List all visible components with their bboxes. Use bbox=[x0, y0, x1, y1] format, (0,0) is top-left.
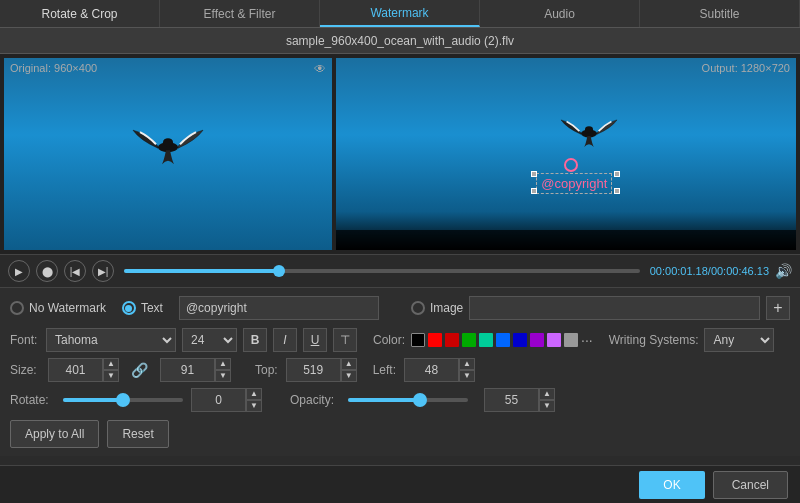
swatch-blue2[interactable] bbox=[513, 333, 527, 347]
filename-text: sample_960x400_ocean_with_audio (2).flv bbox=[286, 34, 514, 48]
color-swatches: ··· bbox=[411, 332, 593, 348]
font-size-select[interactable]: 24 12 18 36 bbox=[182, 328, 237, 352]
opacity-input-group: ▲ ▼ bbox=[484, 388, 555, 412]
font-family-select[interactable]: Tahoma Arial Times New Roman bbox=[46, 328, 176, 352]
stop-button[interactable]: ⬤ bbox=[36, 260, 58, 282]
image-path-input[interactable] bbox=[469, 296, 760, 320]
width-input[interactable] bbox=[48, 358, 103, 382]
no-watermark-radio[interactable]: No Watermark bbox=[10, 301, 106, 315]
font-label: Font: bbox=[10, 333, 40, 347]
opacity-down[interactable]: ▼ bbox=[539, 400, 555, 412]
left-down[interactable]: ▼ bbox=[459, 370, 475, 382]
eye-icon[interactable]: 👁 bbox=[314, 62, 326, 76]
swatch-gray[interactable] bbox=[564, 333, 578, 347]
rotate-slider[interactable] bbox=[63, 398, 183, 402]
action-row: Apply to All Reset bbox=[10, 420, 790, 448]
width-input-group: ▲ ▼ bbox=[48, 358, 119, 382]
left-input[interactable] bbox=[404, 358, 459, 382]
opacity-slider-thumb[interactable] bbox=[413, 393, 427, 407]
font-row: Font: Tahoma Arial Times New Roman 24 12… bbox=[10, 328, 790, 352]
image-row: Image + bbox=[411, 296, 790, 320]
opacity-up[interactable]: ▲ bbox=[539, 388, 555, 400]
opacity-input[interactable] bbox=[484, 388, 539, 412]
top-up[interactable]: ▲ bbox=[341, 358, 357, 370]
swatch-teal[interactable] bbox=[479, 333, 493, 347]
play-button[interactable]: ▶ bbox=[8, 260, 30, 282]
left-input-group: ▲ ▼ bbox=[404, 358, 475, 382]
bottom-bar: OK Cancel bbox=[0, 465, 800, 503]
opacity-slider[interactable] bbox=[348, 398, 468, 402]
ok-button[interactable]: OK bbox=[639, 471, 704, 499]
rotate-label: Rotate: bbox=[10, 393, 55, 407]
swatch-blue1[interactable] bbox=[496, 333, 510, 347]
playback-thumb[interactable] bbox=[273, 265, 285, 277]
writing-systems-select[interactable]: Any Latin CJK bbox=[704, 328, 774, 352]
text-watermark-label: Text bbox=[141, 301, 163, 315]
bold-button[interactable]: B bbox=[243, 328, 267, 352]
link-icon[interactable]: 🔗 bbox=[131, 362, 148, 378]
resize-handle-br[interactable] bbox=[614, 188, 620, 194]
add-image-button[interactable]: + bbox=[766, 296, 790, 320]
width-down[interactable]: ▼ bbox=[103, 370, 119, 382]
underline-button[interactable]: U bbox=[303, 328, 327, 352]
next-button[interactable]: ▶| bbox=[92, 260, 114, 282]
tab-rotate-crop[interactable]: Rotate & Crop bbox=[0, 0, 160, 27]
width-up[interactable]: ▲ bbox=[103, 358, 119, 370]
rotate-slider-thumb[interactable] bbox=[116, 393, 130, 407]
watermark-text-display: @copyright bbox=[541, 176, 607, 191]
tab-watermark[interactable]: Watermark bbox=[320, 0, 480, 27]
swatch-green[interactable] bbox=[462, 333, 476, 347]
time-display: 00:00:01.18/00:00:46.13 bbox=[650, 265, 769, 277]
text-watermark-radio[interactable]: Text bbox=[122, 301, 163, 315]
resize-handle-bl[interactable] bbox=[531, 188, 537, 194]
playback-fill bbox=[124, 269, 279, 273]
bird-original bbox=[128, 122, 208, 175]
height-down[interactable]: ▼ bbox=[215, 370, 231, 382]
swatch-purple2[interactable] bbox=[547, 333, 561, 347]
tab-subtitle[interactable]: Subtitle bbox=[640, 0, 800, 27]
image-watermark-radio[interactable]: Image bbox=[411, 301, 463, 315]
volume-icon[interactable]: 🔊 bbox=[775, 263, 792, 279]
width-spinners: ▲ ▼ bbox=[103, 358, 119, 382]
top-label: Top: bbox=[255, 363, 278, 377]
strikethrough-button[interactable]: ⊤ bbox=[333, 328, 357, 352]
resize-handle-tr[interactable] bbox=[614, 171, 620, 177]
height-input[interactable] bbox=[160, 358, 215, 382]
swatch-purple1[interactable] bbox=[530, 333, 544, 347]
cancel-button[interactable]: Cancel bbox=[713, 471, 788, 499]
tab-effect-filter[interactable]: Effect & Filter bbox=[160, 0, 320, 27]
bird-output bbox=[557, 113, 622, 156]
italic-button[interactable]: I bbox=[273, 328, 297, 352]
playback-progress[interactable] bbox=[124, 269, 640, 273]
image-watermark-radio-circle bbox=[411, 301, 425, 315]
rotate-input-group: ▲ ▼ bbox=[191, 388, 262, 412]
opacity-slider-fill bbox=[348, 398, 420, 402]
rotate-down[interactable]: ▼ bbox=[246, 400, 262, 412]
swatch-red2[interactable] bbox=[445, 333, 459, 347]
watermark-text-input[interactable] bbox=[179, 296, 379, 320]
opacity-label: Opacity: bbox=[290, 393, 334, 407]
prev-button[interactable]: |◀ bbox=[64, 260, 86, 282]
left-up[interactable]: ▲ bbox=[459, 358, 475, 370]
watermark-handle[interactable] bbox=[564, 158, 578, 172]
height-up[interactable]: ▲ bbox=[215, 358, 231, 370]
more-colors-button[interactable]: ··· bbox=[581, 332, 593, 348]
top-input[interactable] bbox=[286, 358, 341, 382]
swatch-black[interactable] bbox=[411, 333, 425, 347]
writing-systems-label: Writing Systems: bbox=[609, 333, 699, 347]
original-label: Original: 960×400 bbox=[10, 62, 97, 74]
height-spinners: ▲ ▼ bbox=[215, 358, 231, 382]
watermark-text-overlay[interactable]: @copyright bbox=[536, 173, 612, 194]
swatch-red1[interactable] bbox=[428, 333, 442, 347]
top-spinners: ▲ ▼ bbox=[341, 358, 357, 382]
apply-to-all-button[interactable]: Apply to All bbox=[10, 420, 99, 448]
resize-handle-tl[interactable] bbox=[531, 171, 537, 177]
rotate-up[interactable]: ▲ bbox=[246, 388, 262, 400]
rotate-input[interactable] bbox=[191, 388, 246, 412]
rotate-slider-fill bbox=[63, 398, 123, 402]
reset-button[interactable]: Reset bbox=[107, 420, 168, 448]
top-input-group: ▲ ▼ bbox=[286, 358, 357, 382]
no-watermark-radio-circle bbox=[10, 301, 24, 315]
top-down[interactable]: ▼ bbox=[341, 370, 357, 382]
tab-audio[interactable]: Audio bbox=[480, 0, 640, 27]
